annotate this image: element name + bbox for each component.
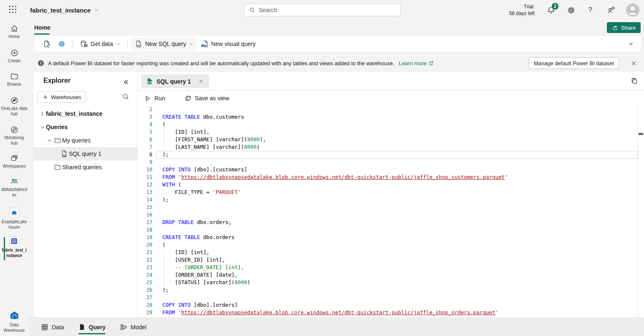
tree-chevron-right-icon[interactable] [39, 111, 46, 117]
code-line-5[interactable]: 5 [ID] [int], [138, 128, 644, 136]
code-line-14[interactable]: 14); [138, 196, 644, 204]
code-line-17[interactable]: 17DROP TABLE dbo.orders; [138, 219, 644, 226]
indent-guide [164, 128, 164, 136]
code-line-15[interactable]: 15 [138, 204, 644, 211]
refresh-dataset-button[interactable] [39, 38, 54, 50]
save-as-view-button[interactable]: Save as view [184, 95, 229, 102]
tab-home[interactable]: Home [34, 20, 51, 35]
tab-sql-query-1[interactable]: SQL SQL query 1 [141, 74, 209, 88]
explorer-search-icon[interactable] [121, 92, 130, 101]
search-input[interactable]: Search [244, 4, 401, 16]
banner-message: A default Power BI dataset for faster re… [48, 60, 394, 66]
line-number: 6 [138, 136, 156, 143]
code-text: FILE_TYPE = 'PARQUET' [162, 188, 241, 196]
code-line-27[interactable]: 27 [138, 294, 644, 301]
rail-item-monitoring-hub[interactable]: Monitoring hub [0, 125, 28, 146]
manage-default-dataset-button[interactable]: Manage default Power BI dataset [528, 57, 619, 69]
browse-icon [10, 72, 19, 81]
tree-chevron-down-icon[interactable] [46, 137, 53, 144]
rail-item-browse[interactable]: Browse [0, 72, 28, 87]
rail-item-onelake-data-hub[interactable]: OneLake data hub [0, 96, 28, 117]
view-tab-model[interactable]: Model [120, 318, 146, 336]
rail-item-data-warehouse[interactable]: Data Warehouse [0, 310, 28, 333]
rail-item-create[interactable]: Create [0, 48, 28, 64]
code-line-8[interactable]: 8); [138, 151, 644, 158]
code-line-25[interactable]: 25 [STATUS] [varchar](8000) [138, 279, 644, 286]
add-warehouses-button[interactable]: Warehouses [38, 91, 86, 103]
chevron-down-icon [94, 8, 99, 13]
code-line-18[interactable]: 18 [138, 226, 644, 234]
line-number: 7 [138, 143, 156, 151]
code-line-9[interactable]: 9 [138, 158, 644, 166]
code-line-21[interactable]: 21 [ID] [int], [138, 249, 644, 256]
info-icon [38, 60, 44, 66]
tree-item-queries[interactable]: Queries [33, 120, 138, 134]
tree-item-my-queries[interactable]: My queries [33, 134, 138, 147]
code-line-13[interactable]: 13 FILE_TYPE = 'PARQUET' [138, 188, 644, 196]
code-line-7[interactable]: 7 [LAST_NAME] [varchar](8000) [138, 143, 644, 151]
sql-code-editor[interactable]: 23CREATE TABLE dbo.customers4(5 [ID] [in… [138, 106, 644, 318]
banner-close-icon[interactable] [627, 57, 640, 69]
code-line-23[interactable]: 23 -- [ORDER_DATE] [int], [138, 264, 644, 271]
code-line-19[interactable]: 19CREATE TABLE dbo.orders [138, 234, 644, 241]
rail-item-examplelakehouse[interactable]: ExampleLakehouse [0, 207, 28, 230]
new-sql-query-button[interactable]: SQL New SQL query [131, 38, 197, 50]
code-line-10[interactable]: 10COPY INTO [dbo].[customers] [138, 166, 644, 173]
learn-more-link[interactable]: Learn more [399, 60, 434, 66]
line-number: 4 [138, 121, 156, 128]
rail-item-workspaces[interactable]: Workspaces [0, 154, 28, 169]
view-tab-query[interactable]: Query [78, 318, 106, 336]
code-line-6[interactable]: 6 [FIRST_NAME] [varchar](8000), [138, 136, 644, 143]
help-icon[interactable]: ? [586, 5, 595, 15]
settings-gear-icon[interactable] [566, 5, 576, 15]
code-line-26[interactable]: 26); [138, 286, 644, 294]
tree-item-shared-queries[interactable]: Shared queries [33, 160, 138, 174]
line-number: 8 [138, 151, 156, 158]
tab-close-icon[interactable] [197, 78, 204, 85]
code-line-11[interactable]: 11FROM 'https://dbtlabsynapsedatalake.bl… [138, 173, 644, 181]
code-line-20[interactable]: 20( [138, 241, 644, 249]
code-line-28[interactable]: 28COPY INTO [dbo].[orders] [138, 301, 644, 309]
workspace-name: fabric_test_instance [30, 7, 91, 14]
share-button[interactable]: Share [607, 22, 641, 33]
line-number: 12 [138, 181, 156, 188]
app-launcher-icon[interactable] [9, 6, 18, 14]
collapse-panel-icon[interactable] [121, 78, 130, 86]
warehouse-tile-icon [9, 236, 20, 247]
tree-item-sql-query-1[interactable]: SQLSQL query 1 [33, 147, 138, 160]
feedback-icon[interactable] [606, 5, 616, 15]
code-line-3[interactable]: 3CREATE TABLE dbo.customers [138, 113, 644, 121]
code-line-2[interactable]: 2 [138, 106, 644, 113]
home-icon [10, 24, 19, 33]
rail-item-home[interactable]: Home [0, 24, 28, 40]
line-number: 25 [138, 279, 156, 286]
tree-chevron-down-icon[interactable] [39, 124, 46, 130]
code-line-24[interactable]: 24 [ORDER_DATE] [date], [138, 271, 644, 279]
workspace-switcher[interactable]: fabric_test_instance [30, 0, 99, 20]
new-visual-query-button[interactable]: New visual query [197, 38, 259, 50]
copy-icon[interactable] [630, 77, 638, 85]
query-tab-strip: SQL SQL query 1 [138, 72, 644, 91]
code-line-22[interactable]: 22 [USER_ID] [int], [138, 256, 644, 264]
user-avatar[interactable] [626, 3, 639, 17]
rail-item-workspace-dbtlabsfabricdev[interactable]: dbtlabsfabricdev [0, 177, 28, 198]
code-line-4[interactable]: 4( [138, 121, 644, 128]
indent-guide [164, 249, 164, 256]
rail-item-fabric-test-instance[interactable]: fabric_test_instance [0, 236, 28, 258]
line-number: 18 [138, 226, 156, 234]
data-warehouse-icon [9, 310, 20, 321]
code-line-16[interactable]: 16 [138, 211, 644, 219]
view-tab-data[interactable]: Data [41, 318, 64, 336]
code-line-29[interactable]: 29FROM 'https://dbtlabsynapsedatalake.bl… [138, 309, 644, 316]
rail-item-label: Monitoring hub [1, 135, 28, 146]
view-tab-label: Data [52, 324, 64, 331]
tree-item-fabric-test-instance[interactable]: fabric_test_instance [33, 107, 138, 120]
line-number: 26 [138, 286, 156, 294]
main-content-card: Explorer Warehouses fabric_test_instance… [33, 72, 644, 318]
code-text: [USER_ID] [int], [162, 256, 225, 264]
toolbar-overflow-chevron-icon[interactable] [628, 41, 634, 47]
run-button[interactable]: Run [144, 95, 165, 102]
get-data-button[interactable]: Get data [76, 38, 124, 50]
settings-button[interactable] [54, 38, 69, 50]
code-line-12[interactable]: 12WITH ( [138, 181, 644, 188]
